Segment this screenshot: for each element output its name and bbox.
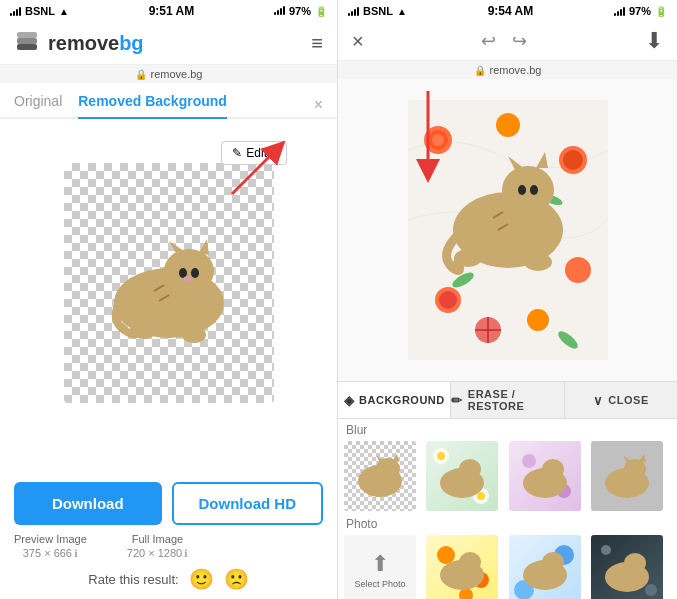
- preview-info-item: Preview Image 375 × 666 ℹ: [14, 533, 87, 559]
- tab-removed-bg[interactable]: Removed Background: [78, 93, 227, 119]
- download-button[interactable]: Download: [14, 482, 162, 525]
- svg-point-11: [183, 276, 193, 282]
- download-icon-right[interactable]: ⬇: [645, 28, 663, 54]
- svg-marker-49: [392, 454, 399, 462]
- right-signal-bars: [348, 6, 359, 16]
- signal-bars-right-left: [274, 5, 285, 17]
- svg-point-73: [601, 545, 611, 555]
- happy-emoji[interactable]: 🙂: [189, 567, 214, 591]
- redo-icon[interactable]: ↪: [512, 30, 527, 52]
- photo-grid: ⬆ Select Photo: [338, 533, 677, 599]
- left-status-left: BSNL ▲: [10, 5, 69, 17]
- battery-left: 97%: [289, 5, 311, 17]
- svg-point-34: [502, 166, 554, 214]
- svg-point-37: [518, 185, 526, 195]
- thumb-cat-grey: [591, 441, 663, 511]
- edit-pencil-icon: ✎: [232, 146, 242, 160]
- thumb-cat-transparent: [344, 441, 416, 511]
- right-status-right: 97% 🔋: [614, 5, 667, 17]
- svg-point-74: [645, 584, 657, 596]
- background-tab[interactable]: ◈ BACKGROUND: [338, 382, 451, 418]
- wifi-icon-left: ▲: [59, 6, 69, 17]
- right-lock-icon: 🔒: [474, 65, 486, 76]
- erase-restore-label: ERASE / RESTORE: [468, 388, 564, 412]
- url-text-left: remove.bg: [151, 68, 203, 80]
- grid-item-blur3[interactable]: [591, 441, 663, 511]
- svg-point-76: [624, 553, 646, 573]
- grid-item-transparent[interactable]: [344, 441, 416, 511]
- bottom-grid-area: Blur: [338, 419, 677, 599]
- cat-bg-image: [408, 100, 608, 360]
- close-tab-chevron-icon: ∨: [593, 393, 604, 408]
- edit-button[interactable]: ✎ Edit ▾: [221, 141, 287, 165]
- svg-point-14: [132, 323, 156, 339]
- grid-item-photo3[interactable]: [591, 535, 663, 599]
- select-photo-button[interactable]: ⬆ Select Photo: [344, 535, 416, 599]
- grid-item-photo1[interactable]: [426, 535, 498, 599]
- right-url-bar: 🔒 remove.bg: [338, 61, 677, 79]
- svg-point-19: [432, 134, 444, 146]
- left-panel: BSNL ▲ 9:51 AM 97% 🔋 removebg: [0, 0, 338, 599]
- rate-text: Rate this result:: [88, 572, 178, 587]
- select-photo-label: Select Photo: [354, 579, 405, 589]
- thumb-cat-photo2: [509, 535, 581, 599]
- svg-point-26: [527, 309, 549, 331]
- edit-label: Edit: [246, 146, 267, 160]
- svg-point-43: [524, 253, 552, 271]
- thumb-cat-photo3: [591, 535, 663, 599]
- cat-svg-left: [99, 203, 239, 363]
- grid-item-blur2[interactable]: [509, 441, 581, 511]
- blur-label: Blur: [338, 419, 677, 439]
- background-tab-icon: ◈: [344, 393, 355, 408]
- thumb-cat-daisy: [426, 441, 498, 511]
- svg-point-55: [459, 459, 481, 479]
- right-app-header: × ↩ ↪ ⬇: [338, 22, 677, 61]
- tab-original[interactable]: Original: [14, 93, 62, 117]
- logo-area: removebg: [14, 30, 144, 56]
- signal-bars-r: [274, 5, 285, 15]
- left-status-bar: BSNL ▲ 9:51 AM 97% 🔋: [0, 0, 337, 22]
- close-tab[interactable]: ∨ CLOSE: [565, 382, 677, 418]
- grid-item-blur1[interactable]: [426, 441, 498, 511]
- close-tab-btn[interactable]: ×: [314, 96, 323, 114]
- full-size: 720 × 1280 ℹ: [127, 547, 188, 559]
- thumb-cat-photo1: [426, 535, 498, 599]
- close-tab-label: CLOSE: [608, 394, 648, 406]
- download-hd-button[interactable]: Download HD: [172, 482, 324, 525]
- svg-point-68: [459, 552, 481, 572]
- erase-restore-tab[interactable]: ✏ ERASE / RESTORE: [451, 382, 564, 418]
- hamburger-menu[interactable]: ≡: [311, 32, 323, 55]
- svg-point-64: [437, 546, 455, 564]
- tabs-row: Original Removed Background ×: [0, 83, 337, 119]
- right-panel: BSNL ▲ 9:54 AM 97% 🔋 × ↩ ↪ ⬇ 🔒 remove.bg: [338, 0, 677, 599]
- signal-bars: [10, 6, 21, 16]
- svg-point-25: [439, 291, 457, 309]
- full-label: Full Image: [132, 533, 183, 545]
- preview-size: 375 × 666 ℹ: [23, 547, 78, 559]
- svg-rect-1: [17, 38, 37, 44]
- svg-marker-62: [623, 455, 632, 463]
- button-row: Download Download HD: [14, 482, 323, 525]
- sad-emoji[interactable]: 🙁: [224, 567, 249, 591]
- right-close-icon[interactable]: ×: [352, 30, 364, 53]
- left-image-area: ✎ Edit ▾: [0, 119, 337, 470]
- svg-point-23: [565, 257, 591, 283]
- thumb-cat-purple: [509, 441, 581, 511]
- svg-point-38: [530, 185, 538, 195]
- svg-point-15: [182, 327, 206, 343]
- svg-rect-2: [17, 32, 37, 38]
- logo-text: removebg: [48, 32, 144, 55]
- preview-info-icon: ℹ: [74, 548, 78, 559]
- preview-image: [64, 163, 274, 403]
- battery-icon-left: 🔋: [315, 6, 327, 17]
- scene-svg-right: [408, 100, 608, 360]
- svg-point-6: [164, 249, 214, 293]
- right-status-bar: BSNL ▲ 9:54 AM 97% 🔋: [338, 0, 677, 22]
- svg-marker-8: [199, 239, 209, 255]
- grid-item-photo2[interactable]: [509, 535, 581, 599]
- image-info: Preview Image 375 × 666 ℹ Full Image 720…: [14, 533, 323, 559]
- left-app-header: removebg ≡: [0, 22, 337, 65]
- undo-icon[interactable]: ↩: [481, 30, 496, 52]
- svg-marker-63: [639, 454, 646, 462]
- preview-label: Preview Image: [14, 533, 87, 545]
